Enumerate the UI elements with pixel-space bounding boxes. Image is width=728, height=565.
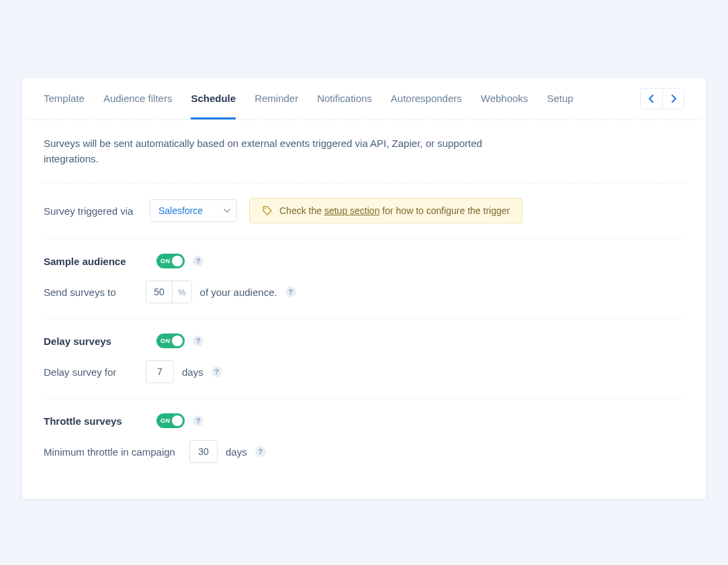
throttle-header: Throttle surveys ON ? [44, 413, 684, 428]
percent-group: % [146, 280, 192, 303]
tab-audience-filters[interactable]: Audience filters [103, 78, 173, 119]
throttle-controls: ON ? [156, 413, 203, 428]
toggle-label: ON [161, 258, 170, 264]
chevron-right-icon [671, 95, 676, 103]
delay-prefix: Delay survey for [44, 366, 138, 378]
sample-toggle[interactable]: ON [156, 254, 185, 268]
trigger-row: Survey triggered via Salesforce Check th… [44, 183, 684, 239]
throttle-unit: days [226, 446, 247, 458]
banner-pre: Check the [279, 205, 324, 216]
chevron-left-icon [649, 95, 654, 103]
help-icon[interactable]: ? [212, 366, 222, 377]
delay-section: Delay surveys ON ? Delay survey for days… [44, 319, 684, 399]
sample-section: Sample audience ON ? Send surveys to % o… [44, 239, 684, 319]
tab-template[interactable]: Template [44, 78, 85, 119]
delay-input[interactable] [146, 360, 174, 383]
throttle-title: Throttle surveys [44, 415, 138, 427]
throttle-section: Throttle surveys ON ? Minimum throttle i… [44, 399, 684, 478]
trigger-label: Survey triggered via [44, 205, 138, 217]
throttle-prefix: Minimum throttle in campaign [44, 446, 181, 458]
banner-text: Check the setup section for how to confi… [279, 205, 510, 216]
banner-post: for how to configure the trigger [379, 205, 510, 216]
percent-unit: % [172, 281, 191, 303]
tab-notifications[interactable]: Notifications [317, 78, 372, 119]
delay-title: Delay surveys [44, 336, 138, 347]
throttle-row: Minimum throttle in campaign days ? [44, 440, 684, 463]
sample-title: Sample audience [44, 256, 138, 267]
help-icon[interactable]: ? [255, 446, 266, 457]
toggle-knob [172, 415, 183, 426]
prev-button[interactable] [641, 89, 662, 109]
tabs-row: Template Audience filters Schedule Remin… [22, 78, 706, 120]
send-suffix: of your audience. [200, 287, 277, 298]
delay-header: Delay surveys ON ? [44, 333, 684, 348]
sample-row: Send surveys to % of your audience. ? [44, 280, 684, 303]
delay-toggle[interactable]: ON [156, 333, 185, 348]
throttle-toggle[interactable]: ON [156, 413, 185, 428]
tab-reminder[interactable]: Reminder [255, 78, 298, 119]
delay-unit: days [182, 366, 203, 378]
intro-text: Surveys will be sent automatically based… [44, 136, 514, 183]
help-icon[interactable]: ? [193, 336, 203, 346]
send-prefix: Send surveys to [44, 287, 138, 298]
pager [640, 88, 684, 109]
trigger-select-wrap: Salesforce [150, 199, 237, 222]
help-icon[interactable]: ? [193, 256, 203, 266]
delay-controls: ON ? [156, 333, 203, 348]
tab-schedule[interactable]: Schedule [191, 78, 236, 119]
tab-autoresponders[interactable]: Autoresponders [391, 78, 462, 119]
sample-controls: ON ? [156, 254, 203, 268]
trigger-select[interactable]: Salesforce [150, 199, 237, 222]
tab-setup[interactable]: Setup [547, 78, 573, 119]
toggle-knob [172, 336, 183, 346]
toggle-label: ON [161, 417, 170, 424]
setup-section-link[interactable]: setup section [324, 205, 380, 216]
help-icon[interactable]: ? [285, 287, 296, 297]
sample-header: Sample audience ON ? [44, 254, 684, 268]
help-icon[interactable]: ? [193, 415, 203, 426]
toggle-label: ON [161, 338, 170, 344]
throttle-input[interactable] [189, 440, 218, 463]
next-button[interactable] [662, 89, 684, 109]
percent-input[interactable] [146, 281, 172, 303]
delay-row: Delay survey for days ? [44, 360, 684, 383]
info-banner: Check the setup section for how to confi… [249, 198, 522, 223]
toggle-knob [172, 256, 183, 266]
tag-icon [262, 205, 273, 216]
settings-panel: Template Audience filters Schedule Remin… [21, 77, 707, 500]
svg-point-0 [265, 208, 266, 209]
tab-webhooks[interactable]: Webhooks [481, 78, 529, 119]
content: Surveys will be sent automatically based… [22, 120, 706, 499]
tabs: Template Audience filters Schedule Remin… [44, 78, 574, 119]
